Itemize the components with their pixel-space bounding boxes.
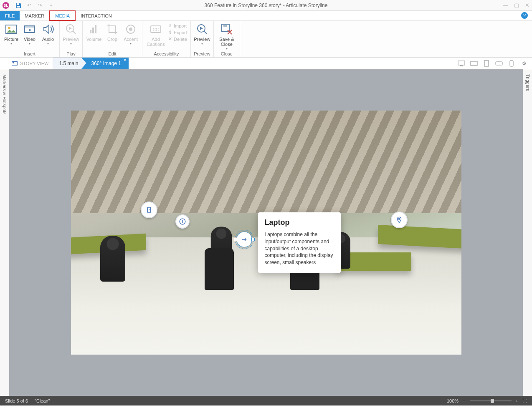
volume-icon: [87, 23, 101, 36]
undo-icon[interactable]: ↶: [26, 2, 33, 9]
save-close-button[interactable]: Save & Close▾: [216, 23, 237, 50]
fit-window-icon[interactable]: ⛶: [522, 398, 527, 403]
breadcrumb: 1.5 main 360° Image 1 ✕: [53, 58, 129, 69]
quick-access-toolbar: ↶ ↷ ▾: [15, 2, 54, 9]
captions-import-button[interactable]: ⇩Import: [167, 23, 188, 29]
audio-icon: [41, 23, 55, 36]
close-icon[interactable]: ✕: [525, 2, 529, 8]
maximize-icon[interactable]: ▢: [514, 2, 519, 8]
ribbon-group-accessibility: CC Add Captions ⇩Import ⇧Export ✕Delete …: [142, 21, 191, 57]
status-layout: "Clean": [35, 398, 50, 403]
status-bar: Slide 5 of 6 "Clean" 100% − + ⛶: [0, 396, 532, 405]
ribbon-tabs: FILE MARKER MEDIA INTERACTION ?: [0, 11, 532, 21]
workspace: Markers & Hotspots Laptop Laptops combin: [0, 69, 532, 396]
export-icon: ⇧: [168, 30, 172, 35]
minimize-icon[interactable]: —: [503, 2, 508, 8]
app-logo-icon: SL: [3, 2, 9, 9]
marker-laptop-selected[interactable]: [236, 232, 252, 247]
status-zoom-value: 100%: [447, 398, 459, 403]
breadcrumb-360image[interactable]: 360° Image 1 ✕: [81, 58, 129, 69]
svg-rect-20: [484, 60, 489, 66]
slide-360-image[interactable]: Laptop Laptops combine all the input/out…: [71, 111, 461, 355]
volume-button[interactable]: Volume: [85, 23, 103, 42]
popup-title: Laptop: [265, 218, 334, 227]
captions-export-button[interactable]: ⇧Export: [167, 29, 188, 35]
door-icon: [145, 206, 153, 214]
delete-icon: ✕: [168, 36, 172, 42]
captions-delete-button[interactable]: ✕Delete: [167, 36, 188, 42]
breadcrumb-close-icon[interactable]: ✕: [124, 58, 127, 62]
phone-landscape-icon[interactable]: [495, 60, 503, 66]
tablet-landscape-icon[interactable]: [470, 60, 478, 66]
marker-popup[interactable]: Laptop Laptops combine all the input/out…: [258, 212, 341, 273]
play-preview-button[interactable]: Preview▾: [62, 23, 80, 45]
tab-file[interactable]: FILE: [0, 11, 20, 20]
svg-rect-8: [92, 28, 94, 33]
redo-icon[interactable]: ↷: [37, 2, 43, 9]
title-bar: SL ↶ ↷ ▾ 360 Feature in Storyline 360.st…: [0, 0, 532, 11]
svg-point-3: [8, 27, 10, 29]
save-icon[interactable]: [15, 2, 22, 9]
add-captions-button[interactable]: CC Add Captions: [145, 23, 167, 47]
video-icon: [23, 23, 36, 36]
svg-rect-9: [95, 25, 96, 33]
preview-button[interactable]: Preview▾: [193, 23, 211, 45]
ribbon-group-play: Preview▾ Play: [60, 21, 83, 57]
panel-triggers[interactable]: Triggers: [523, 69, 532, 396]
tab-media[interactable]: MEDIA: [49, 10, 76, 21]
svg-point-26: [182, 220, 183, 221]
marker-location[interactable]: [391, 212, 408, 228]
popup-body: Laptops combine all the input/output com…: [265, 231, 334, 266]
arrow-right-icon: [241, 236, 248, 243]
qat-dropdown-icon[interactable]: ▾: [48, 2, 54, 9]
marker-door[interactable]: [141, 201, 157, 218]
accent-button[interactable]: Accent▾: [122, 23, 139, 45]
svg-rect-27: [182, 221, 183, 223]
import-icon: ⇩: [168, 23, 172, 28]
settings-gear-icon[interactable]: ⚙: [520, 60, 528, 66]
ribbon-group-edit: Volume Crop Accent▾ Edit: [83, 21, 142, 57]
picture-button[interactable]: Picture▾: [3, 23, 20, 45]
breadcrumb-slide[interactable]: 1.5 main: [53, 58, 86, 69]
svg-rect-19: [471, 61, 477, 65]
crop-button[interactable]: Crop: [104, 23, 121, 42]
pin-icon: [395, 216, 403, 224]
tab-marker[interactable]: MARKER: [20, 11, 49, 20]
zoom-in-button[interactable]: +: [516, 398, 518, 403]
svg-rect-17: [458, 61, 465, 65]
save-close-icon: [220, 23, 233, 36]
ribbon-group-preview: Preview▾ Preview: [191, 21, 214, 57]
phone-portrait-icon[interactable]: [508, 60, 515, 66]
svg-rect-1: [17, 6, 20, 8]
svg-rect-0: [17, 3, 19, 5]
tab-interaction[interactable]: INTERACTION: [76, 11, 117, 20]
preview-play-icon: [64, 23, 78, 36]
zoom-out-button[interactable]: −: [463, 398, 465, 403]
svg-text:CC: CC: [153, 28, 159, 32]
svg-rect-23: [147, 207, 151, 212]
svg-rect-18: [460, 65, 463, 66]
story-view-button[interactable]: STORY VIEW: [12, 61, 48, 66]
device-preview-icons: ⚙: [458, 60, 528, 66]
info-icon: [179, 218, 186, 225]
video-button[interactable]: Video▾: [21, 23, 38, 45]
svg-rect-7: [90, 30, 91, 33]
preview-icon: [195, 23, 209, 36]
window-title: 360 Feature in Storyline 360.story* - Ar…: [205, 3, 328, 8]
svg-point-24: [149, 209, 150, 210]
help-icon[interactable]: ?: [521, 12, 528, 19]
marker-info[interactable]: [175, 214, 190, 229]
accent-icon: [124, 23, 137, 36]
picture-icon: [5, 23, 18, 36]
svg-rect-5: [25, 26, 35, 28]
svg-rect-21: [496, 62, 502, 65]
svg-point-11: [129, 28, 132, 31]
tablet-portrait-icon[interactable]: [483, 60, 490, 66]
zoom-slider[interactable]: [470, 400, 512, 401]
panel-markers-hotspots[interactable]: Markers & Hotspots: [0, 69, 9, 396]
view-bar: STORY VIEW 1.5 main 360° Image 1 ✕ ⚙: [0, 58, 532, 69]
desktop-icon[interactable]: [458, 60, 465, 66]
canvas[interactable]: Laptop Laptops combine all the input/out…: [9, 69, 523, 396]
audio-button[interactable]: Audio▾: [39, 23, 57, 45]
status-slide-number: Slide 5 of 6: [5, 398, 28, 403]
